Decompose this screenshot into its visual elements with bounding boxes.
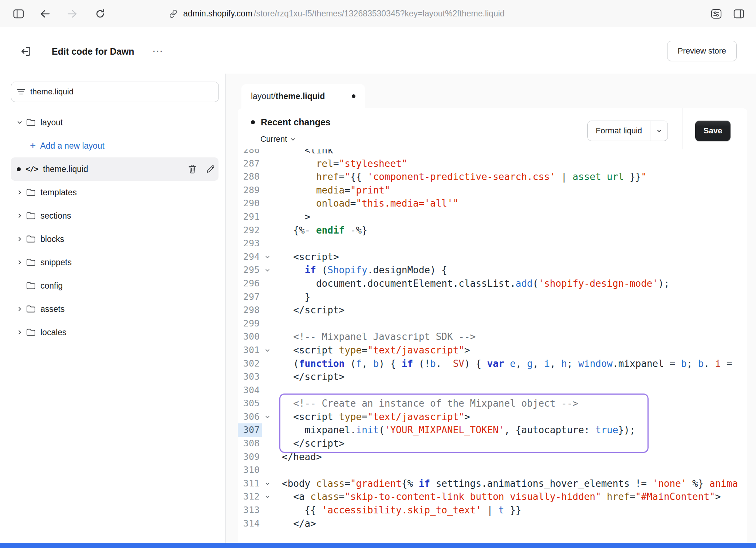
line-number[interactable]: 290 bbox=[238, 197, 262, 210]
code-line[interactable]: 308 </script> bbox=[238, 437, 747, 450]
code-line[interactable]: 313 {{ 'accessibility.skip_to_text' | t … bbox=[238, 504, 747, 517]
code-text[interactable]: </a> bbox=[273, 517, 316, 531]
fold-chevron-icon[interactable] bbox=[262, 494, 273, 500]
code-line[interactable]: 292 {%- endif -%} bbox=[238, 224, 747, 237]
line-number[interactable]: 288 bbox=[238, 170, 262, 184]
code-line[interactable]: 314 </a> bbox=[238, 517, 747, 531]
code-text[interactable]: <script type="text/javascript"> bbox=[273, 410, 470, 424]
preview-store-button[interactable]: Preview store bbox=[667, 41, 737, 61]
format-liquid-button[interactable]: Format liquid bbox=[587, 121, 668, 141]
code-text[interactable]: </script> bbox=[273, 304, 344, 317]
code-line[interactable]: 309</head> bbox=[238, 450, 747, 464]
code-text[interactable]: rel="stylesheet" bbox=[273, 157, 407, 171]
line-number[interactable]: 295 bbox=[238, 263, 262, 277]
line-number[interactable]: 296 bbox=[238, 277, 262, 290]
line-number[interactable]: 306 bbox=[238, 410, 262, 424]
chevron-right-icon[interactable] bbox=[16, 329, 23, 335]
code-line[interactable]: 287 rel="stylesheet" bbox=[238, 157, 747, 171]
code-text[interactable]: document.documentElement.classList.add('… bbox=[273, 277, 669, 290]
fold-chevron-icon[interactable] bbox=[262, 254, 273, 260]
sidebar-item-assets[interactable]: assets bbox=[11, 297, 218, 321]
line-number[interactable]: 287 bbox=[238, 157, 262, 171]
code-text[interactable]: <!-- Create an instance of the Mixpanel … bbox=[273, 397, 578, 410]
line-number[interactable]: 304 bbox=[238, 384, 262, 397]
sidebar-item-config[interactable]: config bbox=[11, 274, 218, 297]
line-number[interactable]: 298 bbox=[238, 304, 262, 317]
reload-icon[interactable] bbox=[94, 8, 106, 20]
code-line[interactable]: 303 </script> bbox=[238, 370, 747, 384]
line-number[interactable]: 308 bbox=[238, 437, 262, 450]
code-line[interactable]: 296 document.documentElement.classList.a… bbox=[238, 277, 747, 290]
code-line[interactable]: 311<body class="gradient{% if settings.a… bbox=[238, 477, 747, 490]
back-icon[interactable] bbox=[39, 8, 51, 20]
code-line[interactable]: 294 <script> bbox=[238, 250, 747, 264]
line-number[interactable]: 291 bbox=[238, 210, 262, 224]
more-button[interactable]: ⋯ bbox=[149, 42, 167, 59]
line-number[interactable]: 312 bbox=[238, 490, 262, 504]
code-text[interactable]: <body class="gradient{% if settings.anim… bbox=[273, 477, 738, 490]
fold-chevron-icon[interactable] bbox=[262, 481, 273, 486]
code-text[interactable]: media="print" bbox=[273, 184, 390, 197]
code-text[interactable]: {%- endif -%} bbox=[273, 224, 367, 237]
code-text[interactable]: if (Shopify.designMode) { bbox=[273, 263, 447, 277]
line-number[interactable]: 314 bbox=[238, 517, 262, 531]
sidebar-item-theme-liquid[interactable]: </> theme.liquid bbox=[11, 157, 218, 181]
code-line[interactable]: 310 bbox=[238, 463, 747, 477]
code-line[interactable]: 298 </script> bbox=[238, 304, 747, 317]
line-number[interactable]: 311 bbox=[238, 477, 262, 490]
code-line[interactable]: 289 media="print" bbox=[238, 184, 747, 197]
trash-icon[interactable] bbox=[188, 164, 197, 174]
line-number[interactable]: 286 bbox=[238, 149, 262, 157]
code-line[interactable]: 312 <a class="skip-to-content-link butto… bbox=[238, 490, 747, 504]
code-text[interactable]: {{ 'accessibility.skip_to_text' | t }} bbox=[273, 504, 521, 517]
code-text[interactable]: onload="this.media='all'" bbox=[273, 197, 458, 210]
line-number[interactable]: 305 bbox=[238, 397, 262, 410]
side-panel-icon[interactable] bbox=[733, 8, 745, 20]
code-text[interactable]: </head> bbox=[273, 450, 322, 464]
code-line[interactable]: 293 bbox=[238, 237, 747, 250]
code-text[interactable]: } bbox=[273, 290, 310, 304]
file-search[interactable] bbox=[11, 82, 219, 102]
code-text[interactable]: <link bbox=[273, 149, 333, 157]
fold-chevron-icon[interactable] bbox=[262, 414, 273, 420]
code-line[interactable]: 290 onload="this.media='all'" bbox=[238, 197, 747, 210]
code-text[interactable]: mixpanel.init('YOUR_MIXPANEL_TOKEN', {au… bbox=[273, 423, 635, 437]
line-number[interactable]: 302 bbox=[238, 357, 262, 371]
line-number[interactable]: 309 bbox=[238, 450, 262, 464]
code-scroller[interactable]: 286 <link287 rel="stylesheet"288 href="{… bbox=[238, 149, 747, 543]
code-line[interactable]: 295 if (Shopify.designMode) { bbox=[238, 263, 747, 277]
code-text[interactable]: <script type="text/javascript"> bbox=[273, 344, 470, 357]
code-line[interactable]: 306 <script type="text/javascript"> bbox=[238, 410, 747, 424]
sidebar-item-blocks[interactable]: blocks bbox=[11, 227, 218, 251]
code-line[interactable]: 302 (function (f, b) { if (!b.__SV) { va… bbox=[238, 357, 747, 371]
sidebar-item-sections[interactable]: sections bbox=[11, 204, 218, 227]
exit-icon[interactable] bbox=[19, 44, 33, 58]
line-number[interactable]: 301 bbox=[238, 344, 262, 357]
code-line[interactable]: 291 > bbox=[238, 210, 747, 224]
code-line[interactable]: 288 href="{{ 'component-predictive-searc… bbox=[238, 170, 747, 184]
format-liquid-label[interactable]: Format liquid bbox=[588, 121, 650, 141]
line-number[interactable]: 310 bbox=[238, 463, 262, 477]
fold-chevron-icon[interactable] bbox=[262, 348, 273, 353]
code-text[interactable]: <!-- Mixpanel Javascript SDK --> bbox=[273, 330, 476, 344]
sidebar-toggle-icon[interactable] bbox=[12, 8, 25, 20]
chevron-down-icon[interactable] bbox=[16, 120, 23, 125]
line-number[interactable]: 292 bbox=[238, 224, 262, 237]
fold-chevron-icon[interactable] bbox=[262, 267, 273, 273]
code-text[interactable]: <script> bbox=[273, 250, 339, 264]
version-dropdown[interactable]: Current bbox=[260, 134, 296, 144]
chevron-right-icon[interactable] bbox=[16, 189, 23, 195]
chevron-right-icon[interactable] bbox=[16, 259, 23, 265]
pencil-icon[interactable] bbox=[206, 165, 215, 173]
code-line[interactable]: 304 bbox=[238, 384, 747, 397]
line-number[interactable]: 303 bbox=[238, 370, 262, 384]
save-button[interactable]: Save bbox=[695, 121, 731, 141]
sidebar-item-templates[interactable]: templates bbox=[11, 181, 218, 204]
code-line[interactable]: 299 bbox=[238, 317, 747, 330]
format-options-toggle[interactable] bbox=[650, 121, 668, 141]
tune-icon[interactable] bbox=[710, 8, 722, 20]
code-text[interactable]: </script> bbox=[273, 370, 344, 384]
sidebar-item-layout[interactable]: layout bbox=[11, 111, 218, 134]
line-number[interactable]: 297 bbox=[238, 290, 262, 304]
forward-icon[interactable] bbox=[66, 8, 79, 20]
